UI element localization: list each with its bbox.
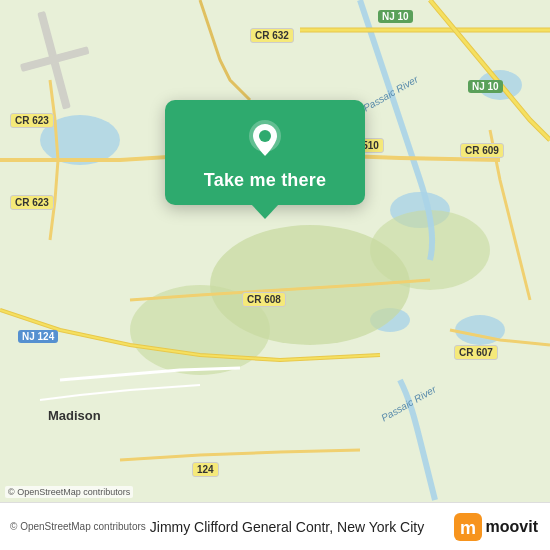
- road-label-cr608: CR 608: [242, 292, 286, 307]
- bottom-bar: © OpenStreetMap contributors Jimmy Cliff…: [0, 502, 550, 550]
- moovit-logo-icon: m: [454, 513, 482, 541]
- road-label-cr623-bot: CR 623: [10, 195, 54, 210]
- map-container: CR 632 NJ 10 NJ 10 CR 510 CR 623 CR 623 …: [0, 0, 550, 550]
- moovit-logo-text: moovit: [486, 518, 538, 536]
- road-label-124: 124: [192, 462, 219, 477]
- svg-point-11: [259, 130, 271, 142]
- moovit-logo: m moovit: [454, 513, 538, 541]
- town-label-madison: Madison: [48, 408, 101, 423]
- callout-card: Take me there: [165, 100, 365, 205]
- road-label-nj10-top: NJ 10: [378, 10, 413, 23]
- svg-text:m: m: [460, 518, 476, 538]
- road-label-cr632: CR 632: [250, 28, 294, 43]
- road-label-nj124: NJ 124: [18, 330, 58, 343]
- road-label-cr609: CR 609: [460, 143, 504, 158]
- road-label-cr623-top: CR 623: [10, 113, 54, 128]
- road-label-cr607: CR 607: [454, 345, 498, 360]
- road-label-nj10-right: NJ 10: [468, 80, 503, 93]
- copyright-text: © OpenStreetMap contributors: [5, 486, 133, 498]
- location-pin-icon: [243, 118, 287, 162]
- attribution-text: © OpenStreetMap contributors: [10, 521, 146, 532]
- destination-name: Jimmy Clifford General Contr, New York C…: [150, 519, 454, 535]
- take-me-there-button[interactable]: Take me there: [204, 170, 326, 191]
